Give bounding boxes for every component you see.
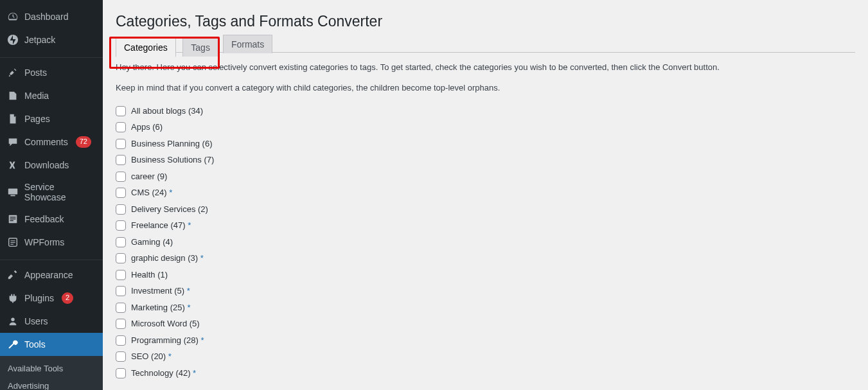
menu-label: WPForms [24, 237, 64, 247]
category-label: Delivery Services (2) [131, 203, 208, 216]
category-label: Business Solutions (7) [131, 154, 214, 166]
has-children-asterisk: * [184, 286, 190, 296]
category-label: Microsoft Word (5) [131, 317, 200, 330]
category-checkbox[interactable] [116, 368, 126, 378]
sidebar-item-appearance[interactable]: Appearance [0, 263, 103, 287]
svg-rect-4 [10, 217, 16, 217]
has-children-asterisk: * [198, 253, 204, 263]
category-checkbox[interactable] [116, 122, 126, 132]
category-checkbox[interactable] [116, 155, 126, 165]
category-label: All about blogs (34) [131, 105, 203, 118]
category-item: Microsoft Word (5) [116, 315, 855, 332]
category-checkbox[interactable] [116, 188, 126, 198]
svg-rect-1 [8, 189, 17, 195]
sidebar-item-jetpack[interactable]: Jetpack [0, 28, 103, 51]
has-children-asterisk: * [167, 188, 173, 197]
category-label: Health (1) [131, 269, 168, 281]
menu-label: Downloads [24, 160, 69, 170]
pages-icon [6, 112, 19, 125]
category-item: Gaming (4) [116, 234, 855, 251]
sidebar-item-downloads[interactable]: Downloads [0, 154, 103, 177]
category-checkbox[interactable] [116, 139, 126, 149]
category-checkbox[interactable] [116, 172, 126, 182]
category-item: Technology (42) * [116, 365, 855, 382]
category-label: SEO (20) * [131, 350, 172, 363]
svg-rect-5 [10, 218, 16, 219]
menu-label: Tools [24, 339, 46, 350]
menu-label: Plugins [24, 293, 54, 303]
category-checkbox[interactable] [116, 204, 126, 215]
category-label: Gaming (4) [131, 236, 173, 249]
category-item: Freelance (47) * [116, 217, 855, 234]
tab-tags[interactable]: Tags [182, 38, 218, 57]
category-checkbox[interactable] [116, 237, 126, 247]
category-item: CMS (24) * [116, 184, 855, 201]
menu-label: Comments [24, 137, 68, 147]
category-list: All about blogs (34)Apps (6)Business Pla… [116, 103, 855, 382]
sidebar-item-comments[interactable]: Comments 72 [0, 130, 103, 154]
sidebar-item-wpforms[interactable]: WPForms [0, 231, 103, 254]
users-icon [6, 315, 19, 328]
category-item: Apps (6) [116, 119, 855, 136]
sidebar-item-users[interactable]: Users [0, 310, 103, 333]
sidebar-item-tools[interactable]: Tools [0, 333, 103, 356]
comment-icon [6, 136, 19, 148]
has-children-asterisk: * [199, 335, 204, 345]
category-label: CMS (24) * [131, 186, 172, 199]
menu-separator [0, 55, 103, 58]
menu-label: Pages [24, 114, 50, 124]
menu-separator [0, 257, 103, 260]
submenu-advertising[interactable]: Advertising [0, 377, 103, 390]
jetpack-icon [6, 33, 19, 46]
category-checkbox[interactable] [116, 351, 126, 362]
sidebar-item-media[interactable]: Media [0, 84, 103, 107]
sidebar-item-posts[interactable]: Posts [0, 61, 103, 84]
sidebar-item-feedback[interactable]: Feedback [0, 208, 103, 231]
tab-categories[interactable]: Categories [116, 38, 176, 57]
menu-label: Feedback [24, 214, 64, 224]
category-label: career (9) [131, 170, 167, 183]
category-label: Apps (6) [131, 121, 163, 134]
category-item: Delivery Services (2) [116, 201, 855, 218]
has-children-asterisk: * [166, 351, 172, 361]
category-checkbox[interactable] [116, 303, 126, 313]
submenu-available-tools[interactable]: Available Tools [0, 360, 103, 377]
menu-label: Dashboard [24, 12, 69, 22]
category-checkbox[interactable] [116, 253, 126, 263]
category-checkbox[interactable] [116, 220, 126, 231]
has-children-asterisk: * [185, 303, 191, 312]
showcase-icon [6, 186, 19, 199]
comments-badge: 72 [76, 136, 91, 147]
category-item: Business Solutions (7) [116, 152, 855, 168]
category-label: Programming (28) * [131, 334, 204, 347]
sidebar-item-plugins[interactable]: Plugins 2 [0, 287, 103, 310]
menu-label: Media [24, 91, 49, 101]
feedback-icon [6, 213, 19, 226]
page-title: Categories, Tags and Formats Converter [116, 6, 855, 34]
menu-label: Service Showcase [24, 182, 98, 202]
appearance-icon [6, 269, 19, 281]
category-item: All about blogs (34) [116, 103, 855, 120]
tab-formats[interactable]: Formats [223, 35, 272, 53]
media-icon [6, 89, 19, 102]
tabs-bar: Categories Tags Formats [116, 34, 855, 53]
plugin-icon [6, 292, 19, 305]
category-label: Business Planning (6) [131, 137, 212, 150]
pin-icon [6, 66, 19, 79]
has-children-asterisk: * [186, 220, 191, 230]
category-checkbox[interactable] [116, 286, 126, 296]
admin-sidebar: Dashboard Jetpack Posts Media Pages Comm… [0, 0, 103, 390]
tools-submenu: Available Tools Advertising Import [0, 356, 103, 390]
sidebar-item-pages[interactable]: Pages [0, 107, 103, 130]
sidebar-item-service-showcase[interactable]: Service Showcase [0, 177, 103, 208]
sidebar-item-dashboard[interactable]: Dashboard [0, 5, 103, 28]
wpforms-icon [6, 236, 19, 249]
category-checkbox[interactable] [116, 270, 126, 280]
category-item: Marketing (25) * [116, 299, 855, 316]
category-label: Freelance (47) * [131, 219, 191, 232]
category-checkbox[interactable] [116, 106, 126, 116]
category-item: Investment (5) * [116, 283, 855, 299]
tools-icon [6, 338, 19, 351]
category-checkbox[interactable] [116, 319, 126, 329]
category-checkbox[interactable] [116, 335, 126, 346]
